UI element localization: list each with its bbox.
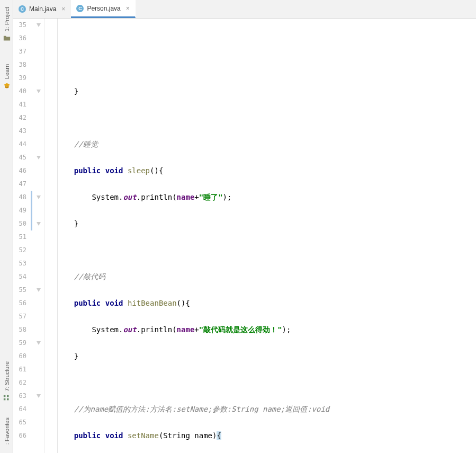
code-line: //敲代码 bbox=[44, 270, 476, 283]
code-line bbox=[44, 244, 476, 257]
code-line: //为name赋值的方法:方法名:setName;参数:String name;… bbox=[44, 403, 476, 416]
svg-rect-2 bbox=[7, 395, 9, 397]
fold-toggle-icon[interactable] bbox=[35, 88, 42, 95]
sidebar-btn-project[interactable]: 1: Project bbox=[0, 3, 13, 46]
fold-toggle-icon[interactable] bbox=[35, 287, 42, 294]
fold-gutter bbox=[33, 19, 44, 453]
close-icon[interactable]: × bbox=[126, 5, 130, 12]
code-line: } bbox=[44, 85, 476, 98]
svg-rect-3 bbox=[7, 398, 9, 401]
code-line bbox=[44, 376, 476, 389]
java-class-icon: C bbox=[76, 5, 84, 12]
code-area[interactable]: } //睡觉 public void sleep(){ System.out.p… bbox=[44, 19, 476, 453]
sidebar-btn-structure[interactable]: 7: Structure bbox=[0, 358, 13, 405]
editor-tabs: C Main.java × C Person.java × bbox=[13, 0, 476, 19]
code-editor[interactable]: 3536373839404142434445464748495051525354… bbox=[13, 19, 476, 453]
close-icon[interactable]: × bbox=[61, 5, 65, 13]
code-line: public void sleep(){ bbox=[44, 164, 476, 177]
fold-toggle-icon[interactable] bbox=[35, 22, 42, 29]
folder-icon bbox=[3, 34, 11, 42]
fold-toggle-icon[interactable] bbox=[35, 340, 42, 347]
svg-rect-0 bbox=[3, 395, 5, 397]
code-line: //睡觉 bbox=[44, 138, 476, 151]
sidebar-label: : Favorites bbox=[4, 418, 10, 445]
code-line: System.out.println(name+"敲代码就是这么得劲！"); bbox=[44, 323, 476, 336]
fold-toggle-icon[interactable] bbox=[35, 393, 42, 399]
fold-toggle-icon[interactable] bbox=[35, 154, 42, 161]
code-line: System.out.println(name+"睡了"); bbox=[44, 191, 476, 204]
tool-sidebar: 1: Project Learn 7: Structure : Favorite… bbox=[0, 0, 13, 453]
code-line: public void setName(String name){ bbox=[44, 429, 476, 442]
code-line: } bbox=[44, 350, 476, 363]
code-line bbox=[44, 111, 476, 125]
structure-icon bbox=[3, 394, 11, 402]
sidebar-label: Learn bbox=[4, 64, 10, 79]
fold-toggle-icon[interactable] bbox=[35, 220, 42, 227]
sidebar-label: 1: Project bbox=[4, 7, 10, 31]
tab-label: Person.java bbox=[87, 5, 120, 12]
tab-label: Main.java bbox=[29, 5, 56, 13]
sidebar-btn-learn[interactable]: Learn bbox=[0, 64, 13, 90]
sidebar-btn-favorites[interactable]: : Favorites bbox=[0, 411, 13, 453]
svg-rect-1 bbox=[3, 398, 5, 401]
fold-toggle-icon[interactable] bbox=[35, 194, 42, 201]
graduation-cap-icon bbox=[3, 82, 11, 90]
java-class-icon: C bbox=[19, 5, 26, 13]
code-line: public void hitBeanBean(){ bbox=[44, 297, 476, 310]
tab-person[interactable]: C Person.java × bbox=[71, 0, 135, 18]
tab-main[interactable]: C Main.java × bbox=[13, 0, 71, 18]
code-line: } bbox=[44, 217, 476, 230]
line-number-gutter: 3536373839404142434445464748495051525354… bbox=[13, 19, 31, 453]
sidebar-label: 7: Structure bbox=[4, 361, 10, 392]
